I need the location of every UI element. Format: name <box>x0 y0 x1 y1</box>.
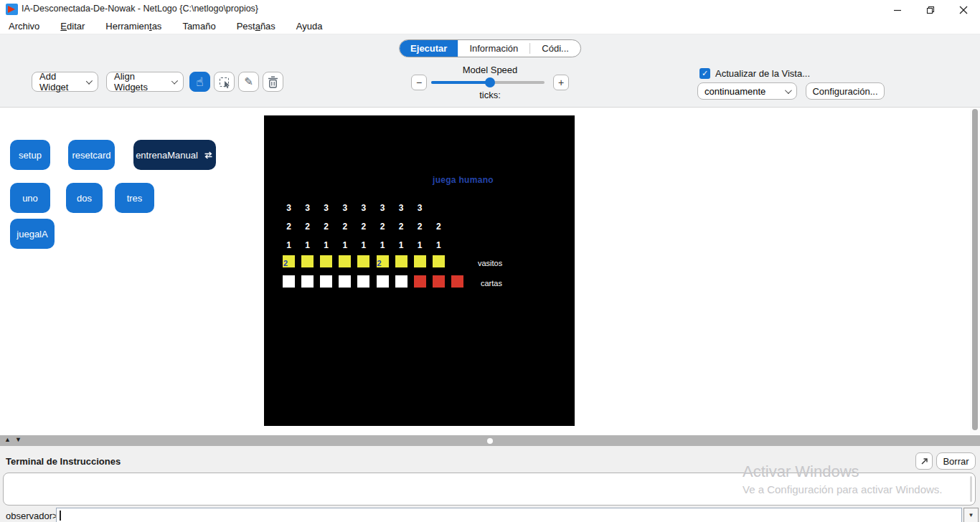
vasitos-cell <box>301 255 314 267</box>
cartas-label: cartas <box>481 279 502 288</box>
cartas-cell <box>377 275 389 288</box>
resetcard-button[interactable]: resetcard <box>68 140 115 170</box>
vasitos-cell <box>320 255 332 267</box>
splitter-arrows-icon[interactable]: ▲▼ <box>4 436 26 443</box>
titlebar: IA-Desconectada-De-Nowak - NetLogo {C:\n… <box>0 0 980 19</box>
model-speed-slider[interactable] <box>431 81 545 84</box>
view-number-row-2: 2 <box>362 222 367 232</box>
vasitos-cell: 2 <box>377 255 389 267</box>
tab-bar: EjecutarInformaciónCódi... <box>399 39 581 57</box>
dos-button[interactable]: dos <box>66 183 103 213</box>
vasitos-cell <box>357 255 369 267</box>
terminal-splitter[interactable]: ▲▼ <box>0 435 980 446</box>
vasitos-label: vasitos <box>478 259 502 267</box>
scrollbar-thumb[interactable] <box>972 109 978 430</box>
close-icon <box>959 6 968 14</box>
checkbox-checked-icon[interactable]: ✓ <box>699 68 710 79</box>
view-number-row-2: 2 <box>324 222 329 232</box>
output-scrollbar[interactable] <box>970 476 972 502</box>
view-number-row-2: 2 <box>286 222 291 232</box>
view-number-row-2: 2 <box>399 222 404 232</box>
hand-pointer-icon: ☝ <box>196 76 203 88</box>
entrenamanual-forever-button[interactable]: entrenaManual <box>133 140 216 170</box>
export-output-button[interactable] <box>915 452 933 470</box>
edit-tool-button[interactable]: ✎ <box>238 72 259 92</box>
vasitos-cell: 2 <box>283 255 295 267</box>
view-number-row-1: 1 <box>399 240 404 250</box>
pencil-icon: ✎ <box>244 75 253 88</box>
cartas-cell <box>433 275 445 288</box>
toolband: EjecutarInformaciónCódi... Add Widget Al… <box>0 34 980 108</box>
settings-button-label: Configuración... <box>812 86 877 97</box>
view-number-row-2: 2 <box>305 222 310 232</box>
close-button[interactable] <box>947 0 980 20</box>
trash-icon <box>268 76 278 88</box>
menu-herramientas[interactable]: Herramientas <box>105 21 161 32</box>
delete-tool-button[interactable] <box>263 72 283 92</box>
select-tool-button[interactable] <box>214 72 235 92</box>
cartas-cell <box>414 275 426 288</box>
entrenamanual-label: entrenaManual <box>136 150 198 161</box>
speed-minus-button[interactable]: − <box>411 75 427 90</box>
restore-button[interactable] <box>914 0 947 20</box>
view-number-row-3: 3 <box>380 203 385 213</box>
command-history-button[interactable]: ▼ <box>963 508 979 522</box>
tab-ejecutar[interactable]: Ejecutar <box>400 40 458 57</box>
view-number-row-3: 3 <box>305 203 310 213</box>
view-number-row-2: 2 <box>436 222 441 232</box>
menu-editar[interactable]: Editar <box>60 21 85 32</box>
forever-loop-icon <box>203 151 214 160</box>
settings-button[interactable]: Configuración... <box>806 82 885 100</box>
menu-tamao[interactable]: Tamaño <box>182 21 215 32</box>
speed-plus-button[interactable]: + <box>553 75 569 90</box>
vasitos-mark: 2 <box>377 259 382 267</box>
text-caret <box>60 511 61 521</box>
command-input[interactable] <box>56 508 962 522</box>
menu-pestaas[interactable]: Pestañas <box>237 21 275 32</box>
tab-cdi[interactable]: Códi... <box>530 40 580 57</box>
clear-terminal-button[interactable]: Borrar <box>936 452 976 470</box>
menubar: ArchivoEditarHerramientasTamañoPestañasA… <box>0 19 980 34</box>
cartas-cell <box>451 275 463 288</box>
menu-ayuda[interactable]: Ayuda <box>296 21 323 32</box>
cartas-cell <box>395 275 407 288</box>
netlogo-window: IA-Desconectada-De-Nowak - NetLogo {C:\n… <box>0 0 980 522</box>
view-number-row-1: 1 <box>324 240 329 250</box>
marquee-select-icon <box>220 77 229 87</box>
tab-informacin[interactable]: Información <box>458 40 529 57</box>
view-number-row-1: 1 <box>418 240 423 250</box>
world-view-canvas[interactable]: juega humano vasitos cartas 333333332222… <box>264 115 575 426</box>
splitter-handle[interactable] <box>487 438 493 444</box>
terminal-title: Terminal de Instrucciones <box>6 456 121 467</box>
terminal-output-area[interactable] <box>3 473 976 506</box>
slider-thumb[interactable] <box>485 77 495 87</box>
juegala-button[interactable]: juegalA <box>10 219 55 249</box>
vasitos-cell <box>339 255 351 267</box>
cartas-cell <box>301 275 314 288</box>
align-widgets-dropdown[interactable]: Align Widgets <box>106 72 184 92</box>
slider-fill <box>431 81 490 84</box>
vasitos-cell <box>395 255 407 267</box>
update-mode-value: continuamente <box>705 86 765 97</box>
view-number-row-1: 1 <box>436 240 441 250</box>
netlogo-arrow-icon <box>8 6 15 13</box>
view-number-row-1: 1 <box>380 240 385 250</box>
chevron-down-icon <box>785 87 792 94</box>
tres-button[interactable]: tres <box>115 183 154 213</box>
menu-archivo[interactable]: Archivo <box>9 21 39 32</box>
interact-tool-button[interactable]: ☝ <box>189 72 210 92</box>
cartas-cell <box>357 275 369 288</box>
minimize-button[interactable] <box>881 0 914 20</box>
setup-button[interactable]: setup <box>10 140 50 170</box>
uno-button[interactable]: uno <box>10 183 50 213</box>
vasitos-mark: 2 <box>283 259 288 267</box>
add-widget-dropdown[interactable]: Add Widget <box>32 72 98 92</box>
view-updates-toggle[interactable]: ✓ Actualizar de la Vista... <box>699 68 810 79</box>
cartas-cell <box>320 275 332 288</box>
cartas-cell <box>339 275 351 288</box>
netlogo-app-icon <box>6 4 18 15</box>
align-widgets-label: Align Widgets <box>114 71 164 92</box>
restore-icon <box>926 6 935 14</box>
vertical-scrollbar[interactable] <box>970 108 980 435</box>
update-mode-dropdown[interactable]: continuamente <box>697 82 797 100</box>
